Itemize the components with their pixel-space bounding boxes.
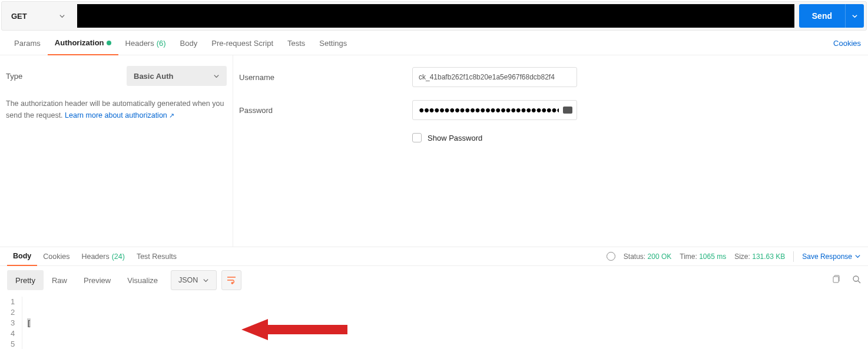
wrap-lines-button[interactable] bbox=[221, 270, 241, 290]
svg-rect-0 bbox=[833, 277, 839, 282]
response-tab-headers[interactable]: Headers (24) bbox=[75, 247, 130, 266]
http-method-label: GET bbox=[11, 12, 27, 21]
view-pretty[interactable]: Pretty bbox=[7, 270, 44, 290]
tab-authorization[interactable]: Authorization bbox=[48, 32, 118, 55]
tab-tests[interactable]: Tests bbox=[280, 32, 312, 55]
chevron-down-icon bbox=[213, 73, 220, 79]
chevron-down-icon bbox=[59, 13, 65, 19]
tab-prerequest[interactable]: Pre-request Script bbox=[204, 32, 280, 55]
chevron-down-icon bbox=[852, 13, 858, 19]
divider bbox=[793, 251, 794, 262]
search-icon[interactable] bbox=[852, 275, 861, 285]
auth-learn-more-link[interactable]: Learn more about authorization ↗ bbox=[65, 111, 174, 119]
tab-headers[interactable]: Headers (6) bbox=[118, 32, 173, 55]
svg-marker-2 bbox=[241, 319, 347, 340]
chevron-down-icon bbox=[854, 253, 861, 260]
username-input[interactable] bbox=[412, 67, 577, 87]
format-select[interactable]: JSON bbox=[171, 270, 217, 290]
chevron-down-icon bbox=[203, 277, 209, 284]
show-password-checkbox[interactable] bbox=[412, 133, 422, 142]
send-button[interactable]: Send bbox=[799, 4, 864, 28]
response-tab-body[interactable]: Body bbox=[7, 247, 37, 266]
size-label: Size: 131.63 KB bbox=[734, 252, 785, 261]
response-tab-cookies[interactable]: Cookies bbox=[37, 247, 75, 266]
status-label: Status: 200 OK bbox=[624, 252, 671, 261]
password-label: Password bbox=[239, 106, 412, 115]
auth-type-value: Basic Auth bbox=[134, 72, 173, 81]
copy-icon[interactable] bbox=[831, 275, 840, 285]
view-preview[interactable]: Preview bbox=[75, 270, 119, 290]
http-method-select[interactable]: GET bbox=[4, 4, 72, 28]
view-raw[interactable]: Raw bbox=[44, 270, 75, 290]
password-input[interactable] bbox=[412, 100, 577, 120]
time-label: Time: 1065 ms bbox=[680, 252, 726, 261]
response-body[interactable]: [ { "id": 101, "name": "Stiletto Sandal"… bbox=[22, 297, 130, 349]
tab-body[interactable]: Body bbox=[173, 32, 205, 55]
show-password-label: Show Password bbox=[428, 134, 482, 142]
tab-settings[interactable]: Settings bbox=[312, 32, 354, 55]
auth-active-dot-icon bbox=[107, 41, 111, 45]
auth-type-label: Type bbox=[6, 72, 22, 81]
svg-point-1 bbox=[853, 276, 859, 281]
line-gutter: 12345 bbox=[0, 297, 22, 349]
annotation-arrow-icon bbox=[241, 318, 347, 341]
send-button-label: Send bbox=[799, 4, 845, 28]
auth-type-select[interactable]: Basic Auth bbox=[127, 66, 227, 86]
username-label: Username bbox=[239, 73, 412, 82]
tab-params[interactable]: Params bbox=[7, 32, 48, 55]
request-url-input[interactable] bbox=[77, 4, 794, 28]
response-tab-tests[interactable]: Test Results bbox=[131, 247, 183, 266]
external-link-icon: ↗ bbox=[169, 112, 174, 119]
save-response-button[interactable]: Save Response bbox=[802, 252, 861, 261]
send-dropdown[interactable] bbox=[845, 4, 864, 28]
view-visualize[interactable]: Visualize bbox=[119, 270, 166, 290]
reveal-password-icon[interactable] bbox=[563, 107, 572, 114]
network-icon[interactable] bbox=[607, 252, 615, 261]
cookies-link[interactable]: Cookies bbox=[833, 39, 861, 48]
wrap-icon bbox=[227, 276, 236, 284]
auth-help-text: The authorization header will be automat… bbox=[6, 98, 227, 121]
